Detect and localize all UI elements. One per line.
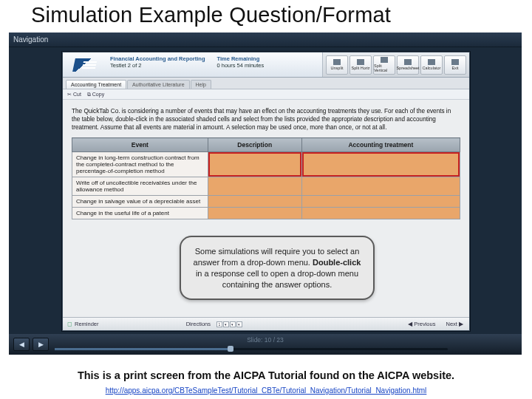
table-row: Change in the useful life of a patent bbox=[72, 208, 460, 219]
col-description: Description bbox=[208, 138, 301, 152]
spreadsheet-button[interactable]: Spreadsheet bbox=[397, 55, 419, 75]
aicpa-logo bbox=[63, 52, 104, 77]
pager-item[interactable]: ▾ bbox=[230, 321, 236, 327]
slide-indicator: Slide: 10 / 23 bbox=[247, 336, 284, 344]
instructions-text: The QuickTab Co. is considering a number… bbox=[72, 107, 460, 132]
events-table: Event Description Accounting treatment C… bbox=[72, 137, 460, 219]
pager-item[interactable]: ▾ bbox=[236, 321, 242, 327]
description-cell[interactable] bbox=[208, 177, 301, 196]
sim-footer: Reminder Directions 1 ▾ ▾ ▾ ◀ Previous N… bbox=[63, 317, 469, 330]
cut-button[interactable]: Cut bbox=[67, 92, 81, 98]
split-horiz-button[interactable]: Split Horiz bbox=[349, 55, 372, 75]
callout-text-bold: Double-click bbox=[313, 258, 361, 267]
description-cell[interactable] bbox=[208, 152, 301, 177]
event-cell: Change in long-term construction contrac… bbox=[72, 152, 208, 177]
progress-bar[interactable] bbox=[55, 348, 448, 350]
event-cell: Write off of uncollectible receivables u… bbox=[72, 177, 208, 196]
table-row: Change in salvage value of a depreciable… bbox=[72, 196, 460, 208]
directions-label[interactable]: Directions bbox=[186, 321, 211, 327]
event-cell: Change in the useful life of a patent bbox=[72, 208, 208, 219]
tab-help[interactable]: Help bbox=[191, 80, 211, 89]
directions-area: Directions 1 ▾ ▾ ▾ bbox=[186, 321, 242, 327]
question-pager: 1 ▾ ▾ ▾ bbox=[216, 321, 242, 327]
section-info: Financial Accounting and Reporting Testl… bbox=[104, 52, 211, 77]
presentation-panel: Navigation Financial Accounting and Repo… bbox=[9, 33, 522, 355]
treatment-cell[interactable] bbox=[301, 208, 460, 219]
col-accounting-treatment: Accounting treatment bbox=[301, 138, 460, 152]
pager-item[interactable]: ▾ bbox=[223, 321, 229, 327]
navigation-bar: Navigation bbox=[9, 33, 522, 47]
event-cell: Change in salvage value of a depreciable… bbox=[72, 196, 208, 208]
next-button[interactable]: Next ▶ bbox=[446, 321, 463, 327]
player-next-button[interactable]: ▶ bbox=[33, 338, 49, 351]
source-link-anchor[interactable]: http://apps.aicpa.org/CBTeSampleTest/Tut… bbox=[106, 386, 427, 395]
time-label: Time Remaining bbox=[216, 55, 264, 62]
tab-accounting-treatment[interactable]: Accounting Treatment bbox=[66, 80, 126, 89]
treatment-cell[interactable] bbox=[301, 152, 460, 177]
sim-header: Financial Accounting and Reporting Testl… bbox=[63, 52, 469, 78]
exit-button[interactable]: Exit bbox=[444, 55, 466, 75]
time-value: 0 hours 54 minutes bbox=[216, 62, 264, 69]
pager-item[interactable]: 1 bbox=[216, 321, 222, 327]
calculator-button[interactable]: Calculator bbox=[420, 55, 443, 75]
treatment-cell[interactable] bbox=[301, 177, 460, 196]
progress-knob[interactable] bbox=[228, 346, 233, 352]
copy-button[interactable]: Copy bbox=[87, 92, 104, 98]
tab-authoritative-literature[interactable]: Authoritative Literature bbox=[127, 80, 189, 89]
testlet-label: Testlet 2 of 2 bbox=[110, 62, 205, 69]
simulation-window: Financial Accounting and Reporting Testl… bbox=[62, 52, 470, 331]
sim-tabs: Accounting Treatment Authoritative Liter… bbox=[63, 78, 469, 89]
player-controls: ◀ ▶ Slide: 10 / 23 bbox=[9, 334, 522, 355]
callout-text-post: in a response cell to open a drop-down m… bbox=[196, 269, 358, 289]
unsplit-button[interactable]: Unsplit bbox=[326, 55, 348, 75]
section-label: Financial Accounting and Reporting bbox=[110, 55, 205, 62]
table-row: Write off of uncollectible receivables u… bbox=[72, 177, 460, 196]
header-toolbar: Unsplit Split Horiz Split Vertical Sprea… bbox=[322, 52, 469, 77]
table-row: Change in long-term construction contrac… bbox=[72, 152, 460, 177]
source-link: http://apps.aicpa.org/CBTeSampleTest/Tut… bbox=[0, 386, 532, 395]
col-event: Event bbox=[72, 138, 208, 152]
previous-button[interactable]: ◀ Previous bbox=[408, 321, 435, 327]
instruction-callout: Some simulations will require you to sel… bbox=[180, 236, 375, 300]
player-prev-button[interactable]: ◀ bbox=[13, 338, 30, 351]
slide-title: Simulation Example Question/Format bbox=[0, 0, 532, 30]
caption-text: This is a print screen from the AICPA Tu… bbox=[0, 369, 532, 381]
description-cell[interactable] bbox=[208, 196, 301, 208]
description-cell[interactable] bbox=[208, 208, 301, 219]
treatment-cell[interactable] bbox=[301, 196, 460, 208]
split-vert-button[interactable]: Split Vertical bbox=[373, 55, 395, 75]
time-info: Time Remaining 0 hours 54 minutes bbox=[211, 52, 270, 77]
reminder-toggle[interactable]: Reminder bbox=[63, 321, 103, 327]
sim-body: The QuickTab Co. is considering a number… bbox=[63, 100, 469, 224]
edit-toolbar: Cut Copy bbox=[63, 89, 469, 100]
